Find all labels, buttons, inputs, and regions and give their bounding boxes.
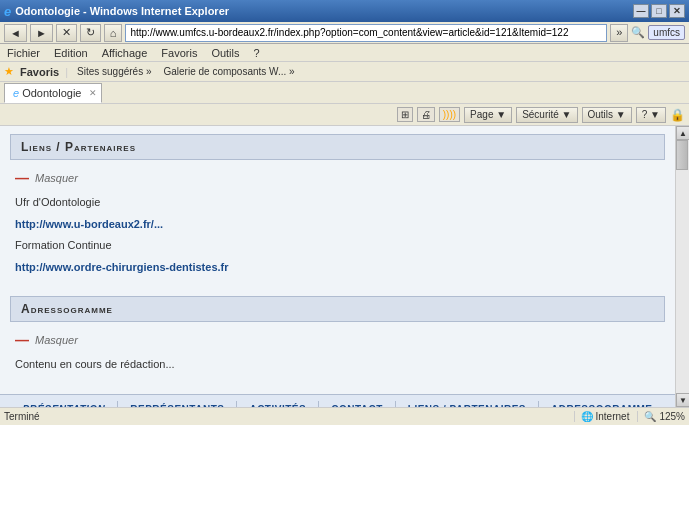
- nav-adressogramme[interactable]: Adressogramme: [539, 401, 665, 407]
- status-right: 🌐 Internet 🔍 125%: [574, 411, 686, 422]
- scrollbar[interactable]: ▲ ▼: [675, 126, 689, 407]
- help-menu[interactable]: ? ▼: [636, 107, 666, 123]
- menu-outils[interactable]: Outils: [208, 47, 242, 59]
- nav-activites[interactable]: Activités: [237, 401, 319, 407]
- red-dash-icon: —: [15, 170, 29, 186]
- browser-tab[interactable]: e Odontologie ✕: [4, 83, 102, 103]
- tab-label: Odontologie: [22, 87, 81, 99]
- adresso-content: Contenu en cours de rédaction...: [15, 356, 660, 374]
- adresso-content-block: Contenu en cours de rédaction...: [0, 352, 675, 386]
- tools-label: Outils ▼: [588, 109, 626, 120]
- print-icon: 🖨: [417, 107, 435, 122]
- scroll-down-button[interactable]: ▼: [676, 393, 689, 407]
- status-bar: Terminé 🌐 Internet 🔍 125%: [0, 407, 689, 425]
- address-bar-area: ◄ ► ✕ ↻ ⌂ » 🔍 umfcs: [0, 22, 689, 44]
- link1-url[interactable]: http://www.u-bordeaux2.fr/...: [15, 218, 163, 230]
- go-button[interactable]: »: [610, 24, 628, 42]
- zone-indicator: 🌐 Internet: [574, 411, 630, 422]
- security-menu[interactable]: Sécurité ▼: [516, 107, 577, 123]
- adresso-masquer-row: — Masquer: [0, 328, 675, 352]
- zoom-icon: 🔍: [644, 411, 656, 422]
- browser-content: Liens / Partenaires — Masquer Ufr d'Odon…: [0, 126, 689, 407]
- ie-icon: e: [4, 4, 11, 19]
- search-icon: 🔍: [631, 26, 645, 39]
- nav-liens[interactable]: Liens / Partenaires: [396, 401, 539, 407]
- stop-button[interactable]: ✕: [56, 24, 77, 42]
- link1-label: Ufr d'Odontologie: [15, 194, 660, 212]
- suggested-sites-label: Sites suggérés »: [77, 66, 152, 77]
- nav-contact[interactable]: Contact: [319, 401, 396, 407]
- page-label: Page ▼: [470, 109, 506, 120]
- red-dash2-icon: —: [15, 332, 29, 348]
- nav-presentation[interactable]: Présentation: [10, 401, 118, 407]
- gallery-label: Galerie de composants W... »: [164, 66, 295, 77]
- favorites-star-icon: ★: [4, 65, 14, 78]
- nav-presentation-label: Présentation: [22, 404, 105, 407]
- liens-masquer-label[interactable]: Masquer: [35, 172, 78, 184]
- compat-icon: ⊞: [397, 107, 413, 122]
- menu-fichier[interactable]: Fichier: [4, 47, 43, 59]
- content-area[interactable]: Liens / Partenaires — Masquer Ufr d'Odon…: [0, 126, 675, 407]
- link2-url[interactable]: http://www.ordre-chirurgiens-dentistes.f…: [15, 261, 229, 273]
- scroll-thumb[interactable]: [676, 140, 688, 170]
- window-title: Odontologie - Windows Internet Explorer: [15, 5, 229, 17]
- minimize-button[interactable]: —: [633, 4, 649, 18]
- page-wrapper: Liens / Partenaires — Masquer Ufr d'Odon…: [0, 134, 675, 407]
- ie-tab-icon: e: [13, 87, 19, 99]
- nav-adressogramme-label: Adressogramme: [551, 404, 653, 407]
- adresso-masquer-label[interactable]: Masquer: [35, 334, 78, 346]
- nav-footer: Présentation Représentants Activités Con…: [0, 394, 675, 407]
- tab-bar: e Odontologie ✕: [0, 82, 689, 104]
- liens-content-block: Ufr d'Odontologie http://www.u-bordeaux2…: [0, 190, 675, 288]
- title-left: e Odontologie - Windows Internet Explore…: [4, 4, 229, 19]
- suggested-sites[interactable]: Sites suggérés »: [74, 66, 155, 77]
- menu-edition[interactable]: Edition: [51, 47, 91, 59]
- zoom-indicator: 🔍 125%: [637, 411, 685, 422]
- status-text: Terminé: [4, 411, 40, 422]
- gallery-item[interactable]: Galerie de composants W... »: [161, 66, 298, 77]
- home-button[interactable]: ⌂: [104, 24, 123, 42]
- menu-bar: Fichier Edition Affichage Favoris Outils…: [0, 44, 689, 62]
- rss-icon: )))): [439, 107, 460, 122]
- maximize-button[interactable]: □: [651, 4, 667, 18]
- tab-close-icon[interactable]: ✕: [89, 88, 97, 98]
- menu-favoris[interactable]: Favoris: [158, 47, 200, 59]
- link2-label: Formation Continue: [15, 237, 660, 255]
- nav-representants[interactable]: Représentants: [118, 401, 237, 407]
- nav-activites-label: Activités: [249, 404, 306, 407]
- favorites-label: Favoris: [20, 66, 59, 78]
- adressogramme-header: Adressogramme: [10, 296, 665, 322]
- forward-button[interactable]: ►: [30, 24, 53, 42]
- help-label: ? ▼: [642, 109, 660, 120]
- zoom-label: 125%: [659, 411, 685, 422]
- window-controls: — □ ✕: [633, 4, 685, 18]
- refresh-button[interactable]: ↻: [80, 24, 101, 42]
- menu-help[interactable]: ?: [251, 47, 263, 59]
- security-label: Sécurité ▼: [522, 109, 571, 120]
- scroll-track[interactable]: [676, 140, 689, 393]
- zone-label: Internet: [596, 411, 630, 422]
- close-button[interactable]: ✕: [669, 4, 685, 18]
- liens-masquer-row: — Masquer: [0, 166, 675, 190]
- favorites-bar: ★ Favoris | Sites suggérés » Galerie de …: [0, 62, 689, 82]
- umfcs-label: umfcs: [648, 25, 685, 40]
- globe-icon: 🌐: [581, 411, 593, 422]
- window-titlebar: e Odontologie - Windows Internet Explore…: [0, 0, 689, 22]
- safety-icon: 🔒: [670, 108, 685, 122]
- nav-contact-label: Contact: [331, 404, 383, 407]
- toolbar-row: ⊞ 🖨 )))) Page ▼ Sécurité ▼ Outils ▼ ? ▼ …: [0, 104, 689, 126]
- menu-affichage[interactable]: Affichage: [99, 47, 151, 59]
- nav-representants-label: Représentants: [130, 404, 224, 407]
- liens-partenaires-header: Liens / Partenaires: [10, 134, 665, 160]
- page-menu[interactable]: Page ▼: [464, 107, 512, 123]
- tools-menu[interactable]: Outils ▼: [582, 107, 632, 123]
- nav-liens-label: Liens / Partenaires: [408, 404, 526, 407]
- scroll-up-button[interactable]: ▲: [676, 126, 689, 140]
- back-button[interactable]: ◄: [4, 24, 27, 42]
- address-input[interactable]: [125, 24, 607, 42]
